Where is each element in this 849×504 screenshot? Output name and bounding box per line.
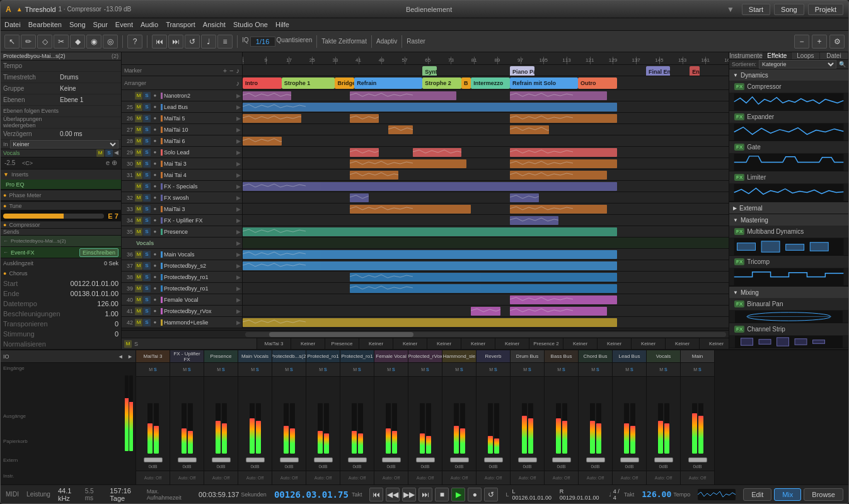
clip-17-0[interactable] [350,284,617,293]
skip-fwd-btn[interactable]: ⏭ [168,35,183,49]
clip-18-0[interactable] [510,295,617,304]
track-mute-15[interactable]: M [135,262,142,270]
back-arrow-icon[interactable]: ← [3,238,8,244]
clip-16-0[interactable] [350,273,617,282]
section-block-4[interactable]: Strophe 2 [422,77,461,89]
track-solo-1[interactable]: S [143,103,151,111]
gruppe-value[interactable]: Keine [60,85,118,92]
track-dot-11[interactable]: ● [151,217,159,224]
track-solo-18[interactable]: S [143,296,151,304]
loop-transport-btn[interactable]: ↺ [484,488,498,501]
track-mute-16[interactable]: M [135,273,142,281]
strip-m-btn[interactable]: M [124,340,132,348]
select-tool-btn[interactable]: ↖ [4,35,20,49]
clip-4-0[interactable] [243,137,282,146]
clip-0-0[interactable] [243,91,291,100]
external-header[interactable]: ▶ External [729,202,848,214]
track-dot-20[interactable]: ● [151,319,159,326]
track-dot-12[interactable]: ● [151,228,159,236]
event-fx-btn[interactable]: ← Event-FX Einschreiben [1,247,121,258]
clip-0-2[interactable] [510,91,607,100]
help-btn[interactable]: ? [127,35,142,49]
track-solo-12[interactable]: S [143,228,151,236]
mix-fader-15[interactable] [654,457,673,462]
track-solo-3[interactable]: S [143,126,151,134]
mix-fader-12[interactable] [552,457,571,462]
ausklingzeit-value[interactable]: 0 Sek [104,260,118,266]
multiband-item[interactable]: FX Multiband Dynamics [729,226,848,238]
tab-loops[interactable]: Loops [792,52,820,59]
track-solo-11[interactable]: S [143,217,151,224]
menu-item-song[interactable]: Song [69,21,86,28]
tab-instrumente[interactable]: Instrumente [729,52,763,59]
clip-12-0[interactable] [243,227,617,236]
marker-block-2[interactable]: Final Ending [646,66,671,76]
glue-tool-btn[interactable]: ◆ [70,35,85,49]
clip-3-1[interactable] [510,125,549,134]
clip-20-0[interactable] [243,318,617,327]
io-prev-icon[interactable]: ◄ [118,353,124,360]
section-block-0[interactable]: Intro [243,77,282,89]
mix-fader-2[interactable] [212,457,231,462]
clip-3-0[interactable] [388,125,413,134]
mute-btn[interactable]: M [96,149,104,157]
track-mute-19[interactable]: M [135,307,142,315]
track-dot-14[interactable]: ● [151,251,159,258]
track-dot-10[interactable]: ● [151,205,159,213]
datetempo-value[interactable]: 126.00 [97,300,118,307]
menu-item-hilfe[interactable]: Hilfe [275,21,289,28]
clip-7-1[interactable] [510,171,607,180]
track-mute-6[interactable]: M [135,160,142,168]
menu-item-transport[interactable]: Transport [166,21,195,28]
start-value[interactable]: 00122.01.01.00 [71,280,118,287]
mix-btn[interactable]: Mix [774,488,801,501]
clip-2-2[interactable] [510,114,617,123]
mastering-header[interactable]: ▼ Mastering [729,214,848,226]
settings-btn[interactable]: ⚙ [829,35,845,49]
mix-fader-11[interactable] [518,457,537,462]
e-btn[interactable]: e [106,159,110,167]
clip-19-0[interactable] [471,307,500,316]
menu-item-audio[interactable]: Audio [141,21,158,28]
eraser-tool-btn[interactable]: ◇ [37,35,52,49]
edit-btn[interactable]: Edit [743,488,771,501]
track-mute-14[interactable]: M [135,251,142,258]
track-solo-9[interactable]: S [143,194,151,202]
binaural-pan-item[interactable]: FX Binaural Pan [729,298,848,311]
prev-btn[interactable]: ◀◀ [386,488,400,501]
pencil-tool-btn[interactable]: ✏ [21,35,36,49]
track-solo-17[interactable]: S [143,285,151,292]
mix-fader-13[interactable] [586,457,605,462]
clip-5-1[interactable] [413,148,461,157]
verzoegern-value[interactable]: 0.00 ms [60,130,118,137]
play-btn[interactable]: ▶ [451,488,465,501]
transponieren-value[interactable]: 0 [115,320,118,328]
gate-item[interactable]: FX Gate [729,141,848,154]
clip-10-1[interactable] [510,205,607,214]
track-mute-8[interactable]: M [135,183,142,190]
track-solo-2[interactable]: S [143,115,151,122]
dynamics-header[interactable]: ▼ Dynamics [729,69,848,81]
zoom-in-btn[interactable]: + [812,35,827,49]
track-solo-16[interactable]: S [143,273,151,281]
track-dot-8[interactable]: ● [151,183,159,190]
mix-fader-1[interactable] [178,457,197,462]
limiter-item[interactable]: FX Limiter [729,171,848,184]
mute-tool-btn[interactable]: ◉ [86,35,101,49]
solo-btn[interactable]: S [105,149,113,157]
clip-9-0[interactable] [350,193,369,202]
io-next-icon[interactable]: ► [127,353,133,360]
marker-add-btn[interactable]: + [223,67,227,74]
clip-2-1[interactable] [350,114,379,123]
clip-19-1[interactable] [510,307,607,316]
track-dot-16[interactable]: ● [151,273,159,281]
track-solo-19[interactable]: S [143,307,151,315]
mix-fader-7[interactable] [382,457,401,462]
track-dot-7[interactable]: ● [151,171,159,179]
section-block-6[interactable]: Intermezzo [471,77,510,89]
marker-block-3[interactable]: End [690,66,699,76]
tracks-scrollbar[interactable] [122,330,729,338]
track-solo-0[interactable]: S [143,92,151,100]
tab-effekte[interactable]: Effekte [763,52,792,59]
track-mute-0[interactable]: M [135,92,142,100]
